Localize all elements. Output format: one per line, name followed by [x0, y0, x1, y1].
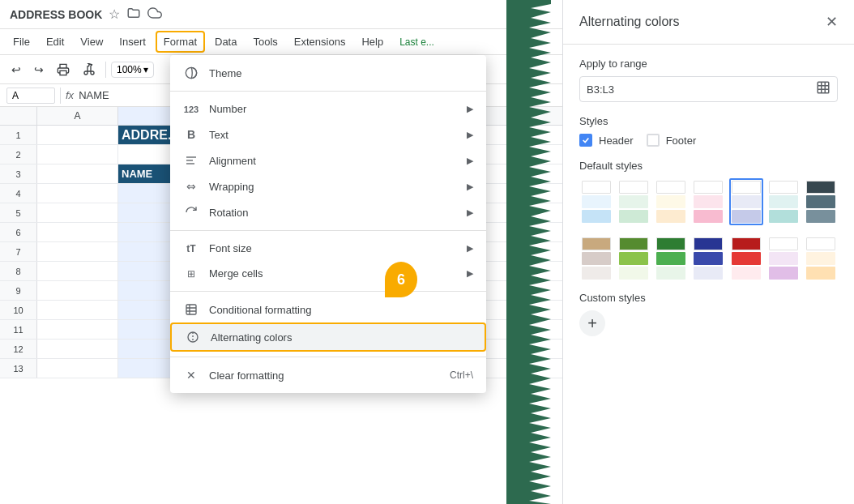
sheet-cell[interactable]	[37, 262, 118, 280]
dropdown-item-number[interactable]: 123 Number ▶	[170, 96, 486, 122]
color-swatch-group[interactable]	[804, 235, 838, 282]
dropdown-item-clear-formatting[interactable]: ✕ Clear formatting Ctrl+\	[170, 362, 486, 388]
row-number: 1	[0, 126, 37, 144]
color-swatch-group[interactable]	[691, 178, 725, 225]
color-swatch-group[interactable]	[729, 178, 763, 225]
menu-tools[interactable]: Tools	[246, 32, 284, 51]
sheet-cell[interactable]	[37, 320, 118, 339]
color-swatch-group[interactable]	[729, 235, 763, 282]
dropdown-label: Merge cells	[209, 267, 457, 280]
range-value: B3:L3	[587, 83, 816, 96]
zoom-value: 100%	[117, 64, 142, 75]
sheet-cell[interactable]	[37, 340, 118, 358]
dropdown-label: Conditional formatting	[209, 304, 473, 316]
arrow-icon: ▶	[467, 182, 473, 192]
sheet-cell[interactable]	[37, 359, 118, 378]
formula-content: NAME	[79, 89, 109, 101]
cell-reference[interactable]: A	[6, 88, 55, 104]
dropdown-item-conditional-formatting[interactable]: Conditional formatting	[170, 297, 486, 322]
redo-button[interactable]: ↪	[29, 60, 49, 79]
styles-label: Styles	[579, 115, 838, 127]
color-swatch-bot	[619, 210, 648, 223]
footer-option[interactable]: Footer	[647, 134, 697, 147]
footer-checkbox[interactable]	[647, 134, 660, 147]
row-number: 13	[0, 359, 37, 378]
sheet-cell[interactable]	[37, 126, 118, 144]
color-swatch-top	[619, 181, 648, 194]
apply-to-range-label: Apply to range	[579, 58, 838, 70]
sheet-cell[interactable]	[37, 164, 118, 183]
color-swatch-group[interactable]	[654, 235, 688, 282]
dropdown-item-font-size[interactable]: tT Font size ▶	[170, 236, 486, 261]
dropdown-item-alignment[interactable]: Alignment ▶	[170, 147, 486, 173]
color-swatch-top	[732, 181, 761, 194]
row-number: 12	[0, 340, 37, 358]
fx-label: fx	[66, 89, 74, 101]
color-swatch-group[interactable]	[579, 235, 613, 282]
sheet-cell[interactable]	[37, 281, 118, 300]
color-swatch-mid	[619, 252, 648, 265]
grid-select-icon[interactable]	[816, 80, 831, 98]
sheet-cell[interactable]	[37, 145, 118, 164]
sheet-edge-decoration	[506, 0, 551, 504]
color-swatch-bot	[582, 267, 611, 280]
dropdown-separator	[170, 291, 486, 292]
sheet-cell[interactable]	[37, 242, 118, 261]
color-swatch-top	[694, 181, 723, 194]
cloud-icon[interactable]	[147, 6, 162, 23]
color-swatch-group[interactable]	[579, 178, 613, 225]
close-button[interactable]: ✕	[826, 13, 838, 31]
add-custom-style-button[interactable]: +	[579, 310, 605, 336]
color-swatch-mid	[582, 195, 611, 208]
row-number: 10	[0, 301, 37, 319]
dropdown-label: Wrapping	[209, 181, 457, 193]
dropdown-item-alternating-colors[interactable]: Alternating colors	[170, 322, 486, 352]
sheet-cell[interactable]	[37, 301, 118, 319]
dropdown-item-rotation[interactable]: Rotation ▶	[170, 199, 486, 225]
format-dropdown: Theme 123 Number ▶ B Text ▶ Alignment ▶ …	[170, 55, 486, 393]
color-swatch-group[interactable]	[766, 178, 801, 225]
undo-button[interactable]: ↩	[6, 60, 26, 79]
menu-extensions[interactable]: Extensions	[288, 32, 352, 51]
color-swatch-group[interactable]	[691, 235, 725, 282]
sheet-cell[interactable]	[37, 184, 118, 203]
color-swatch-group[interactable]	[617, 178, 651, 225]
svg-rect-0	[60, 70, 66, 75]
dropdown-item-merge-cells[interactable]: ⊞ Merge cells ▶	[170, 261, 486, 286]
sheet-cell[interactable]	[37, 223, 118, 241]
menu-format[interactable]: Format	[156, 31, 205, 53]
color-swatch-group[interactable]	[804, 178, 838, 225]
color-swatch-bot	[656, 267, 685, 280]
range-input[interactable]: B3:L3	[579, 76, 838, 102]
font-size-icon: tT	[183, 243, 199, 254]
menu-help[interactable]: Help	[355, 32, 390, 51]
dropdown-item-theme[interactable]: Theme	[170, 60, 486, 86]
star-icon[interactable]: ☆	[109, 6, 120, 22]
row-number: 11	[0, 320, 37, 339]
menu-insert[interactable]: Insert	[113, 32, 152, 51]
sheet-cell[interactable]	[37, 203, 118, 222]
paint-format-button[interactable]	[78, 60, 100, 79]
color-swatch-group[interactable]	[654, 178, 688, 225]
text-bold-icon: B	[183, 128, 199, 141]
folder-icon[interactable]	[126, 6, 141, 23]
notification-badge: 6	[385, 262, 417, 297]
menu-file[interactable]: File	[6, 32, 36, 51]
header-footer-row: Header Footer	[579, 134, 838, 147]
menu-view[interactable]: View	[74, 32, 109, 51]
notification-count: 6	[397, 271, 405, 288]
dropdown-item-text[interactable]: B Text ▶	[170, 122, 486, 147]
zoom-selector[interactable]: 100% ▾	[111, 62, 154, 78]
color-swatch-group[interactable]	[766, 235, 801, 282]
header-option[interactable]: Header	[579, 134, 634, 147]
row-number: 6	[0, 223, 37, 241]
dropdown-label: Text	[209, 129, 457, 141]
color-swatch-group[interactable]	[617, 235, 651, 282]
header-checkbox[interactable]	[579, 134, 592, 147]
clear-formatting-icon: ✕	[183, 369, 199, 382]
menu-edit[interactable]: Edit	[40, 32, 70, 51]
print-button[interactable]	[52, 60, 75, 79]
menu-data[interactable]: Data	[208, 32, 243, 51]
dropdown-item-wrapping[interactable]: ⇔ Wrapping ▶	[170, 173, 486, 199]
color-swatch-top	[619, 237, 648, 250]
